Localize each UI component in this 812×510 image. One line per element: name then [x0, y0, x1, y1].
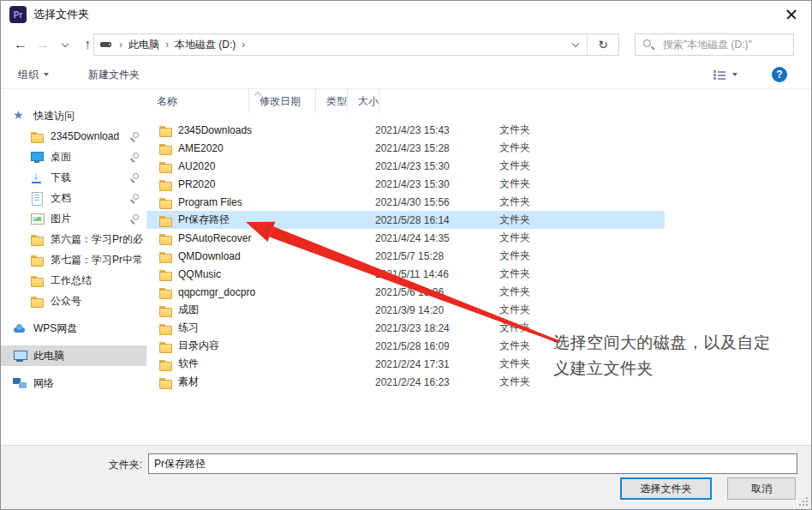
change-view-button[interactable]: [713, 69, 737, 80]
column-header[interactable]: 类型: [316, 89, 348, 113]
folder-icon: [158, 141, 171, 154]
title-bar: Pr 选择文件夹: [1, 1, 811, 28]
folder-icon: [30, 294, 44, 308]
pin-icon: [130, 214, 139, 223]
star-icon: [13, 109, 27, 123]
file-row[interactable]: QQMusic 2021/5/11 14:46 文件夹: [146, 265, 665, 283]
network-icon: [13, 376, 27, 390]
file-name: PR2020: [178, 178, 215, 190]
sidebar-item[interactable]: 图片: [1, 208, 146, 229]
file-row[interactable]: AU2020 2021/4/23 15:30 文件夹: [146, 157, 665, 175]
sidebar-item[interactable]: 下载: [1, 167, 146, 188]
window-title: 选择文件夹: [33, 7, 89, 22]
file-row[interactable]: qqpcmgr_docpro 2021/5/6 13:06 文件夹: [146, 283, 665, 301]
resize-grip[interactable]: [806, 504, 808, 506]
file-row[interactable]: Program Files 2021/4/30 15:56 文件夹: [146, 193, 665, 211]
annotation-text: 选择空间大的磁盘，以及自定 义建立文件夹: [553, 330, 803, 381]
sidebar-item[interactable]: 此电脑: [1, 345, 146, 366]
file-name-cell: qqpcmgr_docpro: [146, 285, 373, 298]
sidebar-item[interactable]: 快速访问: [1, 105, 146, 126]
file-type-cell: 文件夹: [498, 303, 600, 317]
file-date-cell: 2021/2/24 17:31: [373, 358, 498, 370]
column-header[interactable]: 名称: [146, 89, 249, 113]
cancel-button[interactable]: 取消: [727, 477, 796, 500]
folder-icon: [158, 321, 171, 334]
command-toolbar: 组织 新建文件夹: [1, 61, 811, 89]
file-row[interactable]: AME2020 2021/4/23 15:28 文件夹: [146, 139, 665, 157]
address-dropdown-button[interactable]: [564, 40, 587, 49]
column-header[interactable]: 大小: [348, 89, 379, 113]
breadcrumb-item[interactable]: 此电脑: [128, 38, 159, 52]
folder-icon: [158, 123, 171, 136]
refresh-icon: [598, 38, 608, 51]
pin-icon: [130, 153, 139, 161]
folder-name-input[interactable]: [148, 453, 797, 474]
file-row[interactable]: 成图 2021/3/9 14:20 文件夹: [146, 301, 665, 319]
select-folder-button[interactable]: 选择文件夹: [620, 477, 712, 500]
folder-icon: [158, 177, 171, 190]
file-name-cell: QQMusic: [146, 267, 373, 280]
file-name: 素材: [178, 375, 199, 389]
sidebar-item[interactable]: 第七篇：学习Pr中常: [1, 249, 146, 270]
file-date-cell: 2021/4/23 15:30: [373, 160, 498, 172]
file-row[interactable]: PSAutoRecover 2021/4/24 14:35 文件夹: [146, 229, 665, 247]
sidebar-item[interactable]: 工作总结: [1, 270, 146, 291]
file-row[interactable]: Pr保存路径 2021/5/28 16:14 文件夹: [146, 211, 665, 229]
file-date-cell: 2021/3/23 18:24: [373, 322, 498, 334]
new-folder-button[interactable]: 新建文件夹: [88, 68, 140, 82]
breadcrumb-item[interactable]: 本地磁盘 (D:): [175, 38, 236, 52]
file-date-cell: 2021/5/28 16:09: [373, 340, 498, 352]
sidebar-item[interactable]: 第六篇：学习Pr的必: [1, 229, 146, 249]
file-row[interactable]: QMDownload 2021/5/7 15:28 文件夹: [146, 247, 665, 265]
organize-button[interactable]: 组织: [18, 68, 49, 82]
sidebar-item-label: 第七篇：学习Pr中常: [51, 253, 143, 267]
file-name: qqpcmgr_docpro: [178, 286, 255, 298]
search-input[interactable]: 搜索"本地磁盘 (D:)": [635, 33, 794, 56]
sidebar-item[interactable]: WPS网盘: [1, 318, 146, 339]
file-name-cell: PSAutoRecover: [146, 231, 373, 244]
file-name: AME2020: [178, 142, 224, 154]
file-name-cell: PR2020: [146, 177, 373, 190]
cloud-icon: [13, 321, 27, 335]
sidebar-item[interactable]: 公众号: [1, 291, 146, 311]
address-bar[interactable]: 此电脑 本地磁盘 (D:): [93, 33, 619, 56]
file-date-cell: 2021/4/24 14:35: [373, 232, 498, 244]
breadcrumb-separator-icon: [236, 39, 251, 51]
navigation-bar: 此电脑 本地磁盘 (D:) 搜索"本地磁盘 (D:)": [1, 28, 811, 61]
file-date-cell: 2021/4/23 15:30: [373, 178, 498, 190]
recent-locations-button[interactable]: [54, 33, 76, 56]
file-name-cell: Pr保存路径: [146, 213, 373, 227]
file-name-cell: 成图: [146, 303, 373, 317]
back-button[interactable]: [9, 33, 32, 56]
folder-icon: [158, 213, 171, 226]
folder-icon: [158, 375, 171, 388]
close-button[interactable]: [782, 5, 801, 24]
sidebar-item-label: 第六篇：学习Pr的必: [51, 232, 143, 247]
sidebar-item[interactable]: 2345Download: [1, 126, 146, 147]
back-arrow-icon: [14, 37, 27, 52]
folder-icon: [158, 231, 171, 244]
file-date-cell: 2021/3/9 14:20: [373, 304, 498, 316]
annotation-line: 义建立文件夹: [553, 356, 803, 381]
pin-icon: [130, 132, 139, 141]
file-name-cell: 素材: [146, 375, 373, 389]
sidebar-item-label: 图片: [51, 212, 71, 226]
refresh-button[interactable]: [588, 34, 618, 55]
file-type-cell: 文件夹: [498, 123, 600, 137]
file-name-cell: 软件: [146, 357, 373, 371]
folder-icon: [158, 249, 171, 262]
help-button[interactable]: [772, 67, 787, 82]
sort-ascending-icon: [254, 91, 261, 98]
forward-button[interactable]: [32, 33, 54, 56]
file-row[interactable]: 2345Downloads 2021/4/23 15:43 文件夹: [146, 121, 665, 139]
sidebar-item-label: 网络: [33, 376, 54, 391]
sidebar-item[interactable]: 文档: [1, 188, 146, 208]
select-folder-dialog: Pr 选择文件夹 此电脑 本地磁盘 (D:): [0, 0, 812, 510]
sidebar-item[interactable]: 网络: [1, 373, 146, 393]
forward-arrow-icon: [36, 37, 50, 52]
sidebar-item-label: 此电脑: [33, 349, 64, 363]
file-type-cell: 文件夹: [498, 141, 600, 155]
sidebar-item[interactable]: 桌面: [1, 147, 146, 167]
sidebar-item-label: WPS网盘: [33, 321, 77, 336]
file-row[interactable]: PR2020 2021/4/23 15:30 文件夹: [146, 175, 665, 193]
